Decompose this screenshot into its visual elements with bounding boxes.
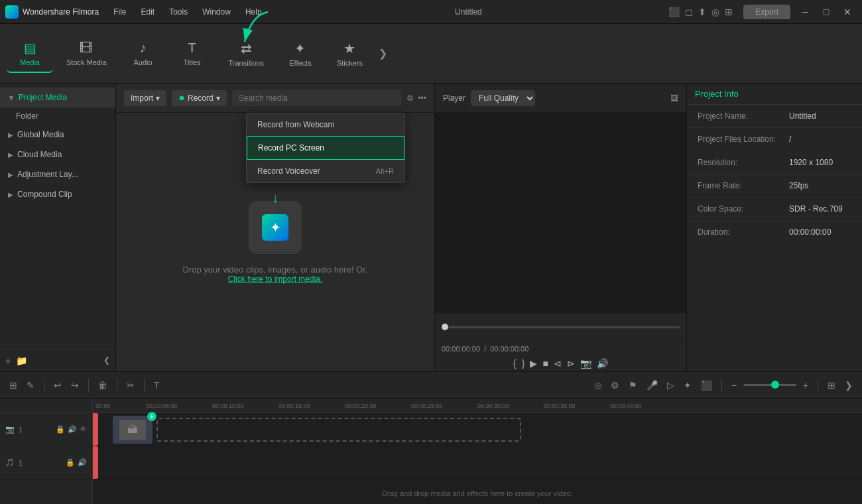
quality-select[interactable]: Full Quality 1/2 Quality 1/4 Quality bbox=[471, 90, 535, 106]
search-input[interactable] bbox=[232, 90, 402, 106]
sidebar-item-compound-clip[interactable]: ▶ Compound Clip bbox=[0, 184, 115, 204]
layout-toggle-button[interactable]: ⊞ bbox=[825, 377, 838, 393]
record-voiceover-option[interactable]: Record Voiceover Alt+R bbox=[247, 160, 404, 182]
track-header-audio1: 🎵 1 🔒 🔊 bbox=[0, 446, 92, 479]
time-mark-5: 00:00:05:00 bbox=[146, 403, 178, 409]
monitor-icon[interactable]: ⬛ bbox=[668, 7, 680, 17]
menu-tools[interactable]: Tools bbox=[162, 5, 194, 19]
sidebar-item-cloud-media[interactable]: ▶ Cloud Media bbox=[0, 145, 115, 164]
drop-icon-container: ↓ ✦ bbox=[249, 201, 302, 254]
tool-transitions[interactable]: ⇄ Transitions bbox=[218, 35, 275, 72]
zoom-out-button[interactable]: − bbox=[729, 377, 739, 393]
mark-in-button[interactable]: { bbox=[513, 358, 517, 369]
import-button[interactable]: Import ▾ bbox=[124, 90, 166, 106]
info-value-framerate: 25fps bbox=[789, 181, 808, 190]
track-eye-icon[interactable]: 👁 bbox=[80, 425, 87, 434]
close-button[interactable]: ✕ bbox=[838, 5, 857, 19]
grid-icon[interactable]: ⊞ bbox=[725, 7, 733, 17]
tool-titles-label: Titles bbox=[184, 58, 201, 66]
undo-button[interactable]: ↩ bbox=[51, 377, 64, 393]
sidebar-item-global-media[interactable]: ▶ Global Media bbox=[0, 125, 115, 145]
menu-edit[interactable]: Edit bbox=[135, 5, 162, 19]
cloud-upload-icon[interactable]: ⬆ bbox=[698, 7, 706, 17]
split-button[interactable]: ✂ bbox=[124, 377, 137, 393]
delete-button[interactable]: 🗑 bbox=[95, 377, 110, 393]
audio-track-lock-icon[interactable]: 🔒 bbox=[66, 458, 75, 467]
info-row-colorspace: Color Space: SDR - Rec.709 bbox=[687, 198, 862, 221]
mark-out-button[interactable]: } bbox=[522, 358, 525, 369]
info-value-location: / bbox=[789, 135, 791, 144]
tl-mic-icon[interactable]: 🎤 bbox=[644, 377, 660, 393]
record-pc-screen-option[interactable]: Record PC Screen bbox=[247, 136, 404, 160]
tool-stickers[interactable]: ★ Stickers bbox=[326, 35, 373, 72]
tool-stock-media[interactable]: 🎞 Stock Media bbox=[56, 35, 117, 72]
tool-media[interactable]: ▤ Media bbox=[7, 34, 53, 73]
project-info-title: Project Info bbox=[695, 89, 739, 99]
menu-window[interactable]: Window bbox=[196, 5, 237, 19]
video-drop-area[interactable] bbox=[156, 418, 521, 442]
chevron-icon-cloud: ▶ bbox=[8, 151, 13, 158]
menu-file[interactable]: File bbox=[107, 5, 133, 19]
timeline-grid-btn[interactable]: ⊞ bbox=[7, 377, 20, 393]
time-mark-10: 00:00:10:00 bbox=[212, 403, 244, 409]
tl-play-mark-icon[interactable]: ▷ bbox=[664, 377, 677, 393]
filter-icon[interactable]: ⚙ bbox=[406, 94, 414, 103]
media-toolbar: Import ▾ ⏺ Record ▾ ⚙ ••• bbox=[116, 84, 434, 113]
time-ruler: 00:00 00:00:05:00 00:00:10:00 00:00:15:0… bbox=[93, 399, 862, 413]
headphone-icon[interactable]: ◎ bbox=[711, 7, 719, 17]
video-track-row: 🏔 + bbox=[93, 413, 862, 446]
record-webcam-option[interactable]: Record from Webcam bbox=[247, 113, 404, 136]
track-lock-icon[interactable]: 🔒 bbox=[56, 425, 65, 434]
volume-icon[interactable]: 🔊 bbox=[597, 358, 608, 369]
tool-audio-label: Audio bbox=[133, 58, 152, 66]
sidebar-folder[interactable]: Folder bbox=[0, 107, 115, 125]
minimize-button[interactable]: ─ bbox=[796, 5, 814, 19]
zoom-in-button[interactable]: + bbox=[800, 377, 811, 393]
project-info-tab[interactable]: Project Info bbox=[687, 84, 862, 105]
more-options-icon[interactable]: ••• bbox=[418, 94, 426, 103]
tool-audio[interactable]: ♪ Audio bbox=[120, 35, 166, 72]
text-btn[interactable]: T bbox=[151, 377, 162, 393]
toolbar-expand-chevron[interactable]: ❯ bbox=[376, 42, 390, 65]
prev-frame-button[interactable]: ⊲ bbox=[554, 358, 562, 369]
import-link[interactable]: Click here to import media. bbox=[228, 275, 323, 284]
zoom-slider[interactable] bbox=[743, 384, 796, 386]
collapse-sidebar-button[interactable]: ❮ bbox=[103, 355, 110, 366]
menu-help[interactable]: Help bbox=[239, 5, 269, 19]
tool-effects[interactable]: ✦ Effects bbox=[277, 35, 324, 72]
sidebar-item-adjustment-layer[interactable]: ▶ Adjustment Lay... bbox=[0, 164, 115, 184]
add-folder-button[interactable]: + bbox=[5, 355, 11, 366]
track-volume-icon[interactable]: 🔊 bbox=[68, 425, 77, 434]
import-chevron-icon: ▾ bbox=[156, 94, 160, 103]
add-media-badge[interactable]: + bbox=[147, 412, 156, 421]
play-button[interactable]: ▶ bbox=[530, 358, 537, 369]
snapshot-button[interactable]: 📷 bbox=[580, 358, 591, 369]
tl-gear-icon[interactable]: ⚙ bbox=[608, 377, 622, 393]
tl-star-icon[interactable]: ✦ bbox=[681, 377, 694, 393]
record-voiceover-label: Record Voiceover bbox=[257, 166, 320, 176]
next-frame-button[interactable]: ⊳ bbox=[567, 358, 575, 369]
tl-magnet-icon[interactable]: ◎ bbox=[592, 378, 604, 393]
record-dropdown: Record from Webcam Record PC Screen Reco… bbox=[246, 113, 405, 183]
tool-titles[interactable]: T Titles bbox=[169, 35, 216, 72]
player-thumbnail-icon[interactable]: 🖼 bbox=[670, 94, 678, 103]
tl-monitor-icon[interactable]: ⬛ bbox=[698, 377, 715, 393]
timeline-edit-btn[interactable]: ✎ bbox=[24, 377, 37, 393]
more-options-button[interactable]: ❯ bbox=[842, 377, 855, 393]
tl-divider-1 bbox=[44, 379, 44, 392]
record-button[interactable]: ⏺ Record ▾ bbox=[172, 90, 227, 106]
import-button-sidebar[interactable]: 📁 bbox=[16, 355, 27, 366]
playhead-marker bbox=[93, 413, 98, 446]
audio-track-volume-icon[interactable]: 🔊 bbox=[78, 458, 87, 467]
export-button[interactable]: Export bbox=[743, 5, 790, 19]
stop-button[interactable]: ■ bbox=[542, 358, 548, 369]
maximize-button[interactable]: □ bbox=[817, 5, 835, 19]
track-controls-video1: 🔒 🔊 👁 bbox=[56, 425, 87, 434]
sidebar-global-media-label: Global Media bbox=[17, 130, 64, 139]
redo-button[interactable]: ↪ bbox=[68, 377, 82, 393]
tl-flag-icon[interactable]: ⚑ bbox=[626, 377, 640, 393]
monitor-small-icon[interactable]: ◻ bbox=[685, 7, 693, 17]
sidebar-item-project-media[interactable]: ▼ Project Media bbox=[0, 88, 115, 107]
info-row-location: Project Files Location: / bbox=[687, 128, 862, 151]
playback-progress[interactable] bbox=[442, 326, 680, 328]
